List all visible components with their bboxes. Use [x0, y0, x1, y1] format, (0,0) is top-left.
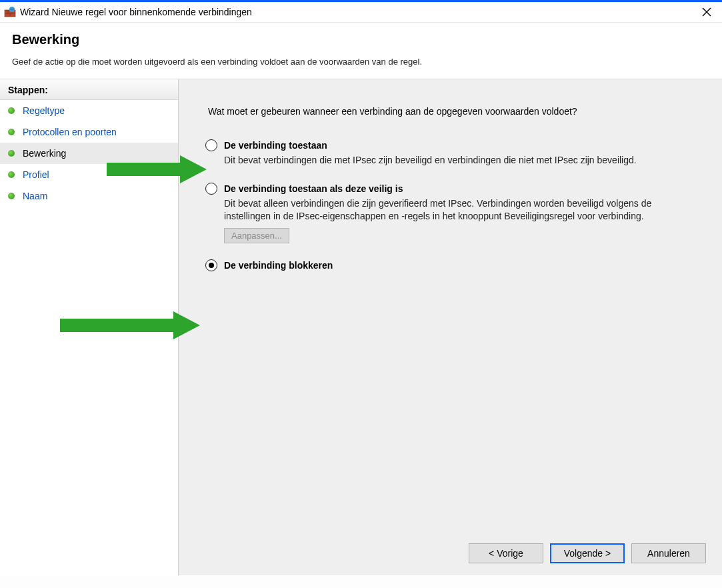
step-label: Regeltype: [23, 105, 65, 116]
step-protocollen-en-poorten[interactable]: Protocollen en poorten: [0, 121, 178, 143]
radio-block[interactable]: [205, 259, 217, 271]
step-label: Protocollen en poorten: [23, 127, 117, 137]
page-subtitle: Geef de actie op die moet worden uitgevo…: [12, 57, 710, 67]
content-prompt: Wat moet er gebeuren wanneer een verbind…: [208, 106, 695, 117]
step-bullet-icon: [8, 107, 15, 114]
step-label: Profiel: [23, 169, 49, 180]
option-title: De verbinding toestaan als deze veilig i…: [224, 183, 403, 194]
step-bewerking[interactable]: Bewerking: [0, 143, 178, 164]
radio-allow[interactable]: [205, 139, 217, 151]
step-bullet-icon: [8, 171, 15, 178]
option-allow-secure: De verbinding toestaan als deze veilig i…: [205, 183, 695, 243]
step-label: Bewerking: [23, 148, 66, 159]
step-naam[interactable]: Naam: [0, 185, 178, 207]
step-bullet-icon: [8, 129, 15, 135]
next-button[interactable]: Volgende >: [550, 543, 625, 563]
option-row[interactable]: De verbinding toestaan als deze veilig i…: [205, 183, 695, 195]
cancel-button[interactable]: Annuleren: [631, 543, 706, 563]
option-desc: Dit bevat verbindingen die met IPsec zij…: [224, 154, 664, 167]
wizard-footer: < Vorige Volgende > Annuleren: [469, 543, 706, 563]
option-row[interactable]: De verbinding blokkeren: [205, 259, 695, 271]
option-title: De verbinding blokkeren: [224, 260, 333, 271]
window-title: Wizard Nieuwe regel voor binnenkomende v…: [20, 7, 691, 17]
wizard-content: Wat moet er gebeuren wanneer een verbind…: [179, 79, 722, 575]
option-row[interactable]: De verbinding toestaan: [205, 139, 695, 151]
step-label: Naam: [23, 191, 47, 201]
step-bullet-icon: [8, 193, 15, 199]
step-bullet-icon: [8, 150, 15, 157]
titlebar: Wizard Nieuwe regel voor binnenkomende v…: [0, 2, 722, 23]
steps-sidebar: Stappen: Regeltype Protocollen en poorte…: [0, 79, 179, 575]
steps-header: Stappen:: [0, 79, 178, 100]
option-allow: De verbinding toestaan Dit bevat verbind…: [205, 139, 695, 167]
wizard-header: Bewerking Geef de actie op die moet word…: [0, 23, 722, 79]
option-desc: Dit bevat alleen verbindingen die zijn g…: [224, 197, 664, 223]
firewall-icon: [4, 6, 16, 18]
page-heading: Bewerking: [12, 32, 710, 47]
wizard-body: Stappen: Regeltype Protocollen en poorte…: [0, 79, 722, 575]
close-button[interactable]: [691, 2, 722, 22]
steps-list: Regeltype Protocollen en poorten Bewerki…: [0, 100, 178, 207]
radio-allow-secure[interactable]: [205, 183, 217, 195]
option-title: De verbinding toestaan: [224, 140, 327, 151]
customize-button: Aanpassen...: [224, 228, 289, 243]
wizard-window: Wizard Nieuwe regel voor binnenkomende v…: [0, 0, 722, 577]
back-button[interactable]: < Vorige: [469, 543, 543, 563]
option-block: De verbinding blokkeren: [205, 259, 695, 271]
close-icon: [702, 7, 711, 17]
step-profiel[interactable]: Profiel: [0, 164, 178, 185]
step-regeltype[interactable]: Regeltype: [0, 100, 178, 121]
